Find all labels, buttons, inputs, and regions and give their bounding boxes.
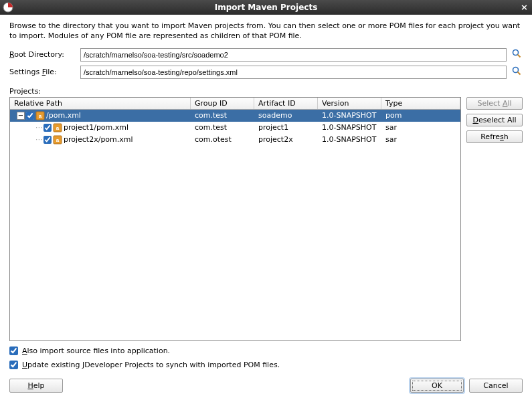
projects-label: Projects: xyxy=(9,87,523,96)
table-header: Relative Path Group ID Artifact ID Versi… xyxy=(10,98,460,110)
pom-file-icon: a xyxy=(53,123,62,132)
projects-table: Relative Path Group ID Artifact ID Versi… xyxy=(9,97,461,341)
titlebar: Import Maven Projects × xyxy=(0,0,532,15)
refresh-button[interactable]: Refresh xyxy=(466,130,523,143)
help-button[interactable]: Help xyxy=(9,379,63,393)
col-relative-path[interactable]: Relative Path xyxy=(10,98,191,109)
update-existing-label: Update existing JDeveloper Projects to s… xyxy=(22,361,280,369)
row-group-id: com.test xyxy=(191,110,254,122)
col-version[interactable]: Version xyxy=(318,98,381,109)
also-import-label: Also import source files into applicatio… xyxy=(22,346,170,355)
svg-text:a: a xyxy=(56,125,60,131)
pom-file-icon: a xyxy=(35,111,45,120)
col-group-id[interactable]: Group ID xyxy=(191,98,254,109)
intro-text: Browse to the directory that you want to… xyxy=(9,21,523,41)
svg-line-2 xyxy=(518,55,521,58)
window-close-button[interactable]: × xyxy=(521,2,528,12)
row-checkbox[interactable] xyxy=(43,136,52,144)
app-icon xyxy=(3,2,13,15)
row-path: /pom.xml xyxy=(46,111,81,120)
row-checkbox[interactable] xyxy=(43,124,52,132)
select-all-button[interactable]: Select All xyxy=(466,97,523,110)
tree-toggle[interactable]: − xyxy=(17,112,25,120)
row-group-id: com.otest xyxy=(191,134,254,146)
ok-button[interactable]: OK xyxy=(410,379,464,393)
root-directory-input[interactable] xyxy=(80,48,507,62)
deselect-all-button[interactable]: Deselect All xyxy=(466,114,523,126)
browse-root-icon[interactable] xyxy=(511,48,523,61)
svg-text:a: a xyxy=(56,137,60,143)
row-checkbox[interactable] xyxy=(26,112,34,120)
browse-settings-icon[interactable] xyxy=(511,66,523,78)
row-artifact-id: soademo xyxy=(254,110,318,122)
svg-text:a: a xyxy=(39,113,42,119)
col-artifact-id[interactable]: Artifact ID xyxy=(254,98,318,109)
root-directory-label: Root Directory: xyxy=(9,50,76,59)
table-row[interactable]: ⋯aproject1/pom.xmlcom.testproject11.0-SN… xyxy=(10,122,460,134)
pom-file-icon: a xyxy=(53,135,62,144)
settings-file-label: Settings File: xyxy=(9,68,76,76)
row-version: 1.0-SNAPSHOT xyxy=(318,122,381,134)
settings-file-input[interactable] xyxy=(80,66,507,79)
row-artifact-id: project1 xyxy=(254,122,318,134)
svg-point-3 xyxy=(513,68,519,73)
row-type: pom xyxy=(381,110,460,122)
update-existing-checkbox[interactable] xyxy=(9,361,18,369)
row-group-id: com.test xyxy=(191,122,254,134)
window-title: Import Maven Projects xyxy=(215,3,318,12)
row-path: project2x/pom.xml xyxy=(64,135,133,144)
svg-line-4 xyxy=(518,72,521,75)
row-type: sar xyxy=(381,134,460,146)
table-row[interactable]: ⋯aproject2x/pom.xmlcom.otestproject2x1.0… xyxy=(10,134,460,146)
col-type[interactable]: Type xyxy=(381,98,460,109)
cancel-button[interactable]: Cancel xyxy=(469,379,523,393)
row-artifact-id: project2x xyxy=(254,134,318,146)
row-path: project1/pom.xml xyxy=(64,123,128,132)
also-import-checkbox[interactable] xyxy=(9,346,18,355)
row-type: sar xyxy=(381,122,460,134)
table-row[interactable]: −a/pom.xmlcom.testsoademo1.0-SNAPSHOTpom xyxy=(10,110,460,122)
svg-point-1 xyxy=(513,50,519,56)
row-version: 1.0-SNAPSHOT xyxy=(318,110,381,122)
row-version: 1.0-SNAPSHOT xyxy=(318,134,381,146)
